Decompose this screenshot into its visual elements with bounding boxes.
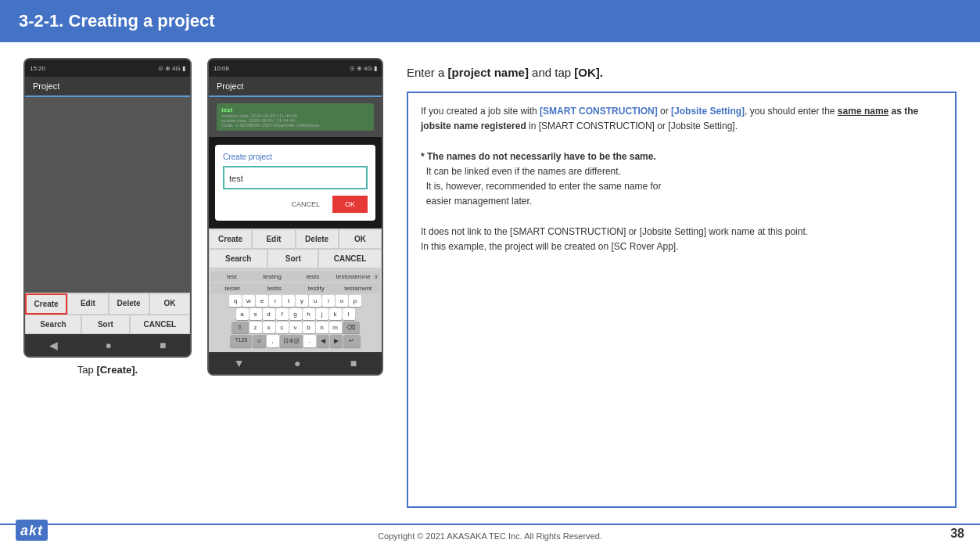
right-back-icon[interactable]: ▼ xyxy=(234,357,245,369)
info-para2-line2: It is, however, recommended to enter the… xyxy=(421,179,942,194)
kbd-f[interactable]: f xyxy=(276,308,289,320)
dialog-box: Create project test CANCEL OK xyxy=(215,145,375,221)
kbd-w[interactable]: w xyxy=(242,295,255,307)
keyboard-area: test testing tests testosterone ∨ tester… xyxy=(209,268,382,352)
kbd-v[interactable]: v xyxy=(289,322,302,333)
left-edit-btn[interactable]: Edit xyxy=(67,293,108,315)
kbd-num-switch[interactable]: ?123 xyxy=(230,335,252,347)
left-ok-btn[interactable]: OK xyxy=(149,293,190,315)
kbd-q[interactable]: q xyxy=(229,295,242,307)
kbd-u[interactable]: u xyxy=(309,295,321,307)
kbd-a[interactable]: a xyxy=(236,308,249,320)
home-icon[interactable]: ● xyxy=(106,339,112,351)
kbd-enter[interactable]: ↵ xyxy=(343,335,361,347)
keyboard-row-qwerty: q w e r t y u i o p xyxy=(210,295,380,307)
kbd-z[interactable]: z xyxy=(249,322,262,333)
keyboard-suggestions-row1: test testing tests testosterone ∨ xyxy=(210,272,380,282)
right-phone-title: Project xyxy=(209,77,382,97)
dialog-cancel-button[interactable]: CANCEL xyxy=(283,196,328,213)
right-home-icon[interactable]: ● xyxy=(294,357,300,369)
right-delete-btn[interactable]: Delete xyxy=(296,229,339,249)
kbd-k[interactable]: k xyxy=(329,308,342,320)
left-status-time: 15:20 xyxy=(30,65,45,72)
kbd-x[interactable]: x xyxy=(263,322,275,333)
kbd-sug-testing: testing xyxy=(253,273,293,280)
kbd-backspace[interactable]: ⌫ xyxy=(343,322,360,333)
right-search-btn[interactable]: Search xyxy=(209,249,267,268)
right-status-icons: ⊙ ⊕ 4G ▮ xyxy=(350,65,377,72)
right-phone-status-bar: 10:08 ⊙ ⊕ 4G ▮ xyxy=(209,59,382,77)
right-edit-btn[interactable]: Edit xyxy=(252,229,295,249)
info-para2-line3: easier management later. xyxy=(421,194,942,209)
kbd-shift[interactable]: ⇧ xyxy=(232,322,249,333)
right-list-item-title: test xyxy=(221,106,369,113)
left-phone-mockup: 15:20 ⊙ ⊕ 4G ▮ Project Create Edit Delet… xyxy=(23,58,192,358)
kbd-e[interactable]: e xyxy=(256,295,268,307)
kbd-left[interactable]: ◀ xyxy=(317,335,329,347)
kbd-d[interactable]: d xyxy=(263,308,275,320)
kbd-sug-testosterone: testosterone xyxy=(333,273,373,280)
right-phone-mockup: 10:08 ⊙ ⊕ 4G ▮ Project test creation dat… xyxy=(207,58,383,376)
left-phone-status-bar: 15:20 ⊙ ⊕ 4G ▮ xyxy=(25,59,190,77)
footer-logo-area: akt xyxy=(16,520,48,541)
recents-icon[interactable]: ■ xyxy=(160,339,166,351)
kbd-y[interactable]: y xyxy=(296,295,308,307)
kbd-t[interactable]: t xyxy=(282,295,295,307)
dialog-title: Create project xyxy=(223,153,368,161)
right-recents-icon[interactable]: ■ xyxy=(350,357,357,369)
kbd-l[interactable]: l xyxy=(343,308,355,320)
logo-text: akt xyxy=(16,520,48,541)
left-action-row1: Create Edit Delete OK xyxy=(25,293,190,315)
kbd-i[interactable]: i xyxy=(322,295,335,307)
kbd-b[interactable]: b xyxy=(303,322,315,333)
instruction-bold2: [OK]. xyxy=(574,66,603,79)
kbd-c[interactable]: c xyxy=(276,322,289,333)
right-panel: Enter a [project name] and tap [OK]. If … xyxy=(407,58,957,508)
instruction-bold1: [project name] xyxy=(448,66,529,79)
page-header: 3-2-1. Creating a project xyxy=(0,0,980,42)
note-title: * The names do not necessarily have to b… xyxy=(421,151,656,162)
kbd-g[interactable]: g xyxy=(289,308,302,320)
left-cancel-btn[interactable]: CANCEL xyxy=(130,315,190,334)
kbd-p[interactable]: p xyxy=(349,295,361,307)
same-name-label: same name xyxy=(838,106,888,117)
kbd-o[interactable]: o xyxy=(336,295,348,307)
left-action-row2: Search Sort CANCEL xyxy=(25,315,190,334)
kbd-h[interactable]: h xyxy=(303,308,315,320)
back-icon[interactable]: ◀ xyxy=(49,339,58,351)
info-para2-line1: It can be linked even if the names are d… xyxy=(421,164,942,179)
left-create-btn[interactable]: Create xyxy=(25,293,67,315)
main-content: 15:20 ⊙ ⊕ 4G ▮ Project Create Edit Delet… xyxy=(0,42,980,524)
kbd-period[interactable]: . xyxy=(303,335,316,347)
right-ok-btn[interactable]: OK xyxy=(339,229,382,249)
dialog-input-value: test xyxy=(229,174,243,183)
smart-construction-label: [SMART CONSTRUCTION] xyxy=(540,106,658,117)
right-list-item-detail: creation date: 2020-09-05 / 11:44:40upda… xyxy=(221,113,369,128)
dialog-ok-button[interactable]: OK xyxy=(332,196,368,213)
kbd-emoji[interactable]: ☺ xyxy=(253,335,265,347)
left-phone-content xyxy=(25,97,190,293)
left-delete-btn[interactable]: Delete xyxy=(109,293,149,315)
kbd-s[interactable]: s xyxy=(249,308,262,320)
right-list-item: test creation date: 2020-09-05 / 11:44:4… xyxy=(217,103,374,131)
info-box: If you created a job site with [SMART CO… xyxy=(407,92,957,508)
kbd-r[interactable]: r xyxy=(269,295,282,307)
dialog-input-field[interactable]: test xyxy=(223,166,368,189)
keyboard-row-zxcv: ⇧ z x c v b n m ⌫ xyxy=(210,322,380,333)
left-sort-btn[interactable]: Sort xyxy=(81,315,130,334)
kbd-j[interactable]: j xyxy=(316,308,328,320)
kbd-right[interactable]: ▶ xyxy=(330,335,343,347)
kbd-n[interactable]: n xyxy=(316,322,328,333)
right-create-btn[interactable]: Create xyxy=(209,229,252,249)
kbd-m[interactable]: m xyxy=(329,322,342,333)
jobsite-setting-label: [Jobsite Setting] xyxy=(671,106,745,117)
page-title: 3-2-1. Creating a project xyxy=(19,11,961,31)
left-search-btn[interactable]: Search xyxy=(25,315,81,334)
right-cancel-btn[interactable]: CANCEL xyxy=(318,249,382,268)
right-action-row1: Create Edit Delete OK xyxy=(209,229,382,249)
kbd-comma[interactable]: , xyxy=(267,335,279,347)
right-status-time: 10:08 xyxy=(214,65,229,72)
kbd-lang[interactable]: 日本語 xyxy=(280,335,303,347)
footer-page-number: 38 xyxy=(950,527,964,541)
right-sort-btn[interactable]: Sort xyxy=(267,249,318,268)
